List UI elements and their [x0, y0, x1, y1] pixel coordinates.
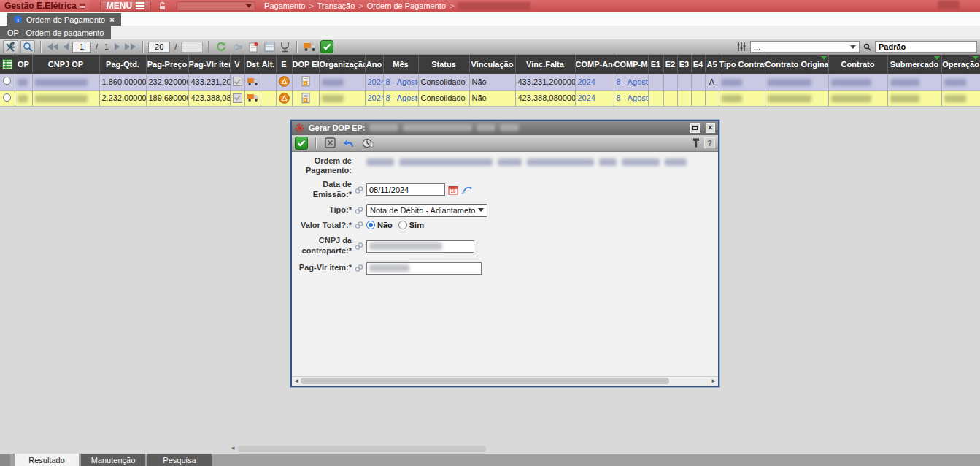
- link-icon[interactable]: [352, 221, 366, 229]
- col-alt[interactable]: Alt.: [261, 55, 276, 74]
- col-dop-ep[interactable]: DOP EP: [292, 55, 319, 74]
- filter-icon[interactable]: [736, 42, 746, 52]
- col-dst[interactable]: Dst: [244, 55, 261, 74]
- col-organizacao[interactable]: Organização: [319, 55, 365, 74]
- page-horizontal-scrollbar[interactable]: ◄: [0, 443, 980, 454]
- table-row[interactable]: 2.232,000000 189,690000 423.388,08 2024 …: [0, 90, 980, 106]
- dialog-undo-button[interactable]: [342, 137, 356, 150]
- col-status[interactable]: Status: [418, 55, 469, 74]
- page-number-input[interactable]: [72, 42, 91, 53]
- col-pag-preco[interactable]: Pag-Preço: [146, 55, 188, 74]
- filter-dropdown[interactable]: ...: [750, 41, 860, 53]
- col-e[interactable]: E: [276, 55, 292, 74]
- scroll-right-icon[interactable]: ►: [711, 378, 717, 384]
- col-e2[interactable]: E2: [663, 55, 677, 74]
- last-page-button[interactable]: [123, 40, 137, 53]
- close-icon[interactable]: ×: [109, 15, 114, 24]
- cell-mes[interactable]: 8 - Agosto: [383, 74, 418, 90]
- col-cnpj-op[interactable]: CNPJ OP: [32, 55, 99, 74]
- lock-icon[interactable]: [158, 1, 166, 10]
- col-ano[interactable]: Ano: [365, 55, 383, 74]
- dialog-history-button[interactable]: [360, 137, 375, 150]
- e-action[interactable]: [276, 90, 292, 106]
- breadcrumb-transacao[interactable]: Transação: [317, 1, 355, 10]
- col-select[interactable]: [0, 55, 15, 74]
- col-e4[interactable]: E4: [691, 55, 705, 74]
- cell-mes[interactable]: 8 - Agosto: [383, 90, 418, 106]
- tab-manutencao[interactable]: Manutenção: [81, 454, 145, 466]
- col-contrato[interactable]: Contrato: [828, 55, 887, 74]
- menu-button[interactable]: MENU: [100, 1, 151, 12]
- link-icon[interactable]: [352, 242, 366, 251]
- prev-page-button[interactable]: [62, 40, 70, 53]
- cell-comp-mes[interactable]: 8 - Agosto: [614, 90, 648, 106]
- back-button[interactable]: [231, 40, 244, 53]
- v-checkbox[interactable]: [233, 93, 242, 103]
- col-a5[interactable]: A5: [705, 55, 719, 74]
- e-action[interactable]: [276, 74, 292, 90]
- dialog-close-button[interactable]: ×: [706, 123, 715, 133]
- col-contrato-original[interactable]: Contrato Original: [765, 55, 828, 74]
- scrollbar-thumb[interactable]: [301, 378, 669, 384]
- link-icon[interactable]: [352, 206, 366, 215]
- dialog-horizontal-scrollbar[interactable]: ◄ ►: [292, 376, 718, 386]
- data-emissao-input[interactable]: [366, 183, 445, 196]
- cell-comp-mes[interactable]: 8 - Agosto: [614, 74, 648, 90]
- link-icon[interactable]: [352, 186, 366, 194]
- cell-comp-ano[interactable]: 2024: [575, 90, 614, 106]
- export-button[interactable]: [247, 40, 261, 53]
- preset-search-icon[interactable]: [863, 43, 871, 51]
- scroll-left-icon[interactable]: ◄: [293, 378, 299, 384]
- col-mes[interactable]: Mês: [383, 55, 418, 74]
- first-page-button[interactable]: [46, 40, 60, 53]
- row-select-radio[interactable]: [3, 77, 11, 85]
- pag-vlr-item-input[interactable]: [366, 262, 482, 275]
- dialog-cancel-button[interactable]: [323, 137, 337, 150]
- col-op[interactable]: OP: [15, 55, 32, 74]
- search-button[interactable]: [20, 40, 35, 53]
- tipo-select[interactable]: Nota de Débito - Adiantameto: [366, 204, 487, 217]
- confirm-button[interactable]: [320, 40, 333, 53]
- dop-ep-action[interactable]: [292, 74, 319, 90]
- truck-button[interactable]: [302, 40, 318, 53]
- radio-sim[interactable]: [398, 221, 407, 229]
- page-size-input-2[interactable]: [181, 42, 203, 53]
- pin-button[interactable]: [691, 137, 701, 150]
- scrollbar-thumb[interactable]: [238, 446, 486, 452]
- help-button[interactable]: ?: [704, 137, 715, 148]
- clear-date-button[interactable]: [461, 186, 472, 194]
- col-vinculacao[interactable]: Vinculação: [469, 55, 515, 74]
- calendar-button[interactable]: 10: [448, 185, 458, 195]
- cnpj-contraparte-input[interactable]: [366, 240, 474, 253]
- topbar-redacted-button[interactable]: [938, 1, 960, 11]
- radio-nao[interactable]: [366, 221, 375, 229]
- dst-action[interactable]: [244, 90, 261, 106]
- col-comp-ano[interactable]: COMP-Ano: [575, 55, 614, 74]
- cell-comp-ano[interactable]: 2024: [575, 74, 614, 90]
- col-v[interactable]: V: [230, 55, 244, 74]
- cell-ano[interactable]: 2024: [365, 90, 383, 106]
- col-pag-qtd[interactable]: Pag-Qtd.: [99, 55, 146, 74]
- paste-button[interactable]: [279, 40, 291, 53]
- preset-search-input[interactable]: [875, 41, 977, 53]
- next-page-button[interactable]: [113, 40, 121, 53]
- maximize-button[interactable]: [690, 123, 700, 133]
- table-row[interactable]: 1.860,000000 232,920000 433.231,20 2024 …: [0, 74, 980, 90]
- form-button[interactable]: [263, 40, 277, 53]
- col-operacao[interactable]: Operação: [941, 55, 980, 74]
- dialog-title-bar[interactable]: Gerar DOP EP: ×: [292, 121, 718, 135]
- breadcrumb-pagamento[interactable]: Pagamento: [264, 1, 305, 10]
- tools-button[interactable]: [3, 40, 18, 53]
- page-size-input[interactable]: [148, 42, 170, 53]
- v-checkbox[interactable]: [233, 77, 242, 86]
- tab-op-ordem-de-pagamento[interactable]: OP - Ordem de pagamento: [0, 26, 111, 39]
- col-comp-mes[interactable]: COMP-Mês: [614, 55, 648, 74]
- col-pag-vlr-item[interactable]: Pag-Vlr item: [188, 55, 230, 74]
- tab-ordem-de-pagamento[interactable]: i Ordem de Pagamento ×: [7, 13, 121, 26]
- dst-action[interactable]: [244, 74, 261, 90]
- top-dropdown[interactable]: [177, 1, 255, 11]
- scroll-left-icon[interactable]: ◄: [230, 446, 236, 451]
- row-select-radio[interactable]: [3, 93, 11, 102]
- col-tipo-contrato[interactable]: Tipo Contrato: [719, 55, 765, 74]
- refresh-button[interactable]: [214, 40, 228, 53]
